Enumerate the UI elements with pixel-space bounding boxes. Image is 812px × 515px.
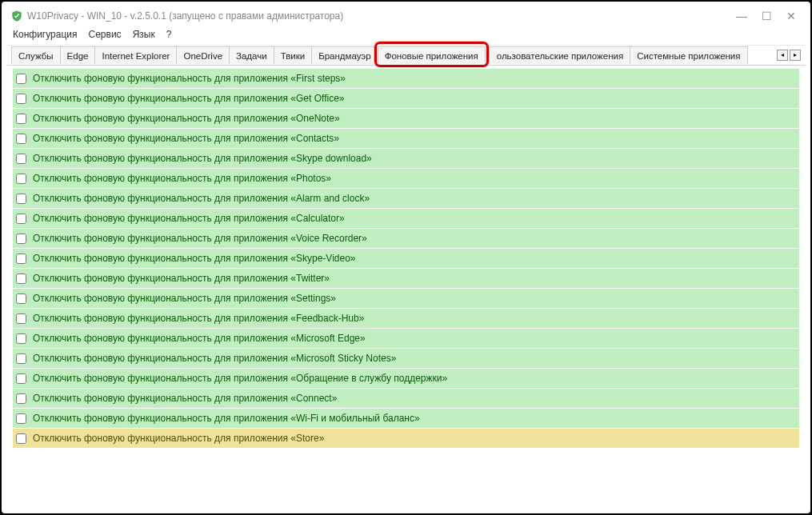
setting-row: Отключить фоновую функциональность для п… — [13, 429, 799, 448]
menu-item-1[interactable]: Сервис — [89, 29, 122, 40]
titlebar: W10Privacy - WIN_10 - v.2.5.0.1 (запущен… — [6, 6, 806, 26]
setting-row: Отключить фоновую функциональность для п… — [13, 209, 799, 228]
tab-пользовательские-приложения[interactable]: ользовательские приложения — [485, 46, 630, 64]
setting-label: Отключить фоновую функциональность для п… — [33, 313, 364, 324]
tabbar: СлужбыEdgeInternet ExplorerOneDriveЗадач… — [6, 45, 806, 66]
setting-label: Отключить фоновую функциональность для п… — [33, 173, 331, 184]
setting-checkbox[interactable] — [16, 393, 26, 404]
setting-label: Отключить фоновую функциональность для п… — [33, 233, 367, 244]
tab-scroll-left[interactable]: ◂ — [777, 50, 788, 61]
tab-scroll-controls: ◂ ▸ — [772, 50, 801, 61]
setting-label: Отключить фоновую функциональность для п… — [33, 213, 345, 224]
setting-checkbox[interactable] — [16, 313, 26, 324]
tab-службы[interactable]: Службы — [11, 46, 61, 64]
setting-row: Отключить фоновую функциональность для п… — [13, 109, 799, 128]
app-icon — [11, 10, 22, 22]
setting-row: Отключить фоновую функциональность для п… — [13, 289, 799, 308]
setting-checkbox[interactable] — [16, 293, 26, 304]
setting-checkbox[interactable] — [16, 214, 26, 224]
menu-item-0[interactable]: Конфигурация — [13, 29, 78, 40]
setting-row: Отключить фоновую функциональность для п… — [13, 329, 799, 348]
setting-label: Отключить фоновую функциональность для п… — [33, 133, 339, 144]
setting-checkbox[interactable] — [16, 333, 26, 344]
setting-row: Отключить фоновую функциональность для п… — [13, 409, 799, 428]
setting-row: Отключить фоновую функциональность для п… — [13, 349, 799, 368]
tab-internet-explorer[interactable]: Internet Explorer — [94, 46, 177, 64]
setting-checkbox[interactable] — [16, 74, 26, 84]
setting-label: Отключить фоновую функциональность для п… — [33, 293, 336, 304]
setting-row: Отключить фоновую функциональность для п… — [13, 389, 799, 408]
setting-checkbox[interactable] — [16, 134, 26, 144]
settings-list: Отключить фоновую функциональность для п… — [6, 66, 806, 509]
window-controls: — ☐ ✕ — [736, 10, 801, 22]
setting-checkbox[interactable] — [16, 194, 26, 204]
setting-row: Отключить фоновую функциональность для п… — [13, 169, 799, 188]
setting-row: Отключить фоновую функциональность для п… — [13, 189, 799, 208]
setting-checkbox[interactable] — [16, 114, 26, 124]
tab-scroll-right[interactable]: ▸ — [790, 50, 801, 61]
menubar: КонфигурацияСервисЯзык? — [6, 26, 806, 45]
menu-item-2[interactable]: Язык — [133, 29, 155, 40]
setting-checkbox[interactable] — [16, 413, 26, 424]
setting-label: Отключить фоновую функциональность для п… — [33, 193, 370, 204]
setting-checkbox[interactable] — [16, 273, 26, 284]
app-window: W10Privacy - WIN_10 - v.2.5.0.1 (запущен… — [6, 6, 806, 509]
setting-row: Отключить фоновую функциональность для п… — [13, 369, 799, 388]
maximize-button[interactable]: ☐ — [762, 10, 772, 22]
tab-задачи[interactable]: Задачи — [229, 46, 274, 64]
setting-row: Отключить фоновую функциональность для п… — [13, 249, 799, 268]
setting-checkbox[interactable] — [16, 154, 26, 164]
tab-edge[interactable]: Edge — [60, 46, 96, 64]
setting-checkbox[interactable] — [16, 174, 26, 184]
window-title: W10Privacy - WIN_10 - v.2.5.0.1 (запущен… — [27, 10, 343, 22]
setting-checkbox[interactable] — [16, 234, 26, 244]
menu-item-3[interactable]: ? — [166, 29, 172, 40]
tab-твики[interactable]: Твики — [274, 46, 313, 64]
setting-row: Отключить фоновую функциональность для п… — [13, 229, 799, 248]
setting-checkbox[interactable] — [16, 353, 26, 364]
setting-label: Отключить фоновую функциональность для п… — [33, 153, 372, 164]
tab-фоновые-приложения[interactable]: Фоновые приложения — [378, 46, 486, 64]
tab-брандмауэр[interactable]: Брандмауэр — [311, 46, 378, 64]
setting-label: Отключить фоновую функциональность для п… — [33, 373, 447, 384]
setting-label: Отключить фоновую функциональность для п… — [33, 413, 420, 424]
setting-row: Отключить фоновую функциональность для п… — [13, 89, 799, 108]
tab-системные-приложения[interactable]: Системные приложения — [630, 46, 747, 64]
minimize-button[interactable]: — — [736, 10, 747, 22]
setting-label: Отключить фоновую функциональность для п… — [33, 393, 337, 404]
setting-label: Отключить фоновую функциональность для п… — [33, 253, 356, 264]
setting-label: Отключить фоновую функциональность для п… — [33, 273, 330, 284]
setting-label: Отключить фоновую функциональность для п… — [33, 353, 396, 364]
setting-checkbox[interactable] — [16, 94, 26, 104]
setting-row: Отключить фоновую функциональность для п… — [13, 309, 799, 328]
setting-row: Отключить фоновую функциональность для п… — [13, 129, 799, 148]
tabs-container: СлужбыEdgeInternet ExplorerOneDriveЗадач… — [11, 46, 772, 65]
setting-checkbox[interactable] — [16, 254, 26, 264]
tab-onedrive[interactable]: OneDrive — [176, 46, 230, 64]
setting-checkbox[interactable] — [16, 433, 26, 444]
setting-label: Отключить фоновую функциональность для п… — [33, 433, 324, 444]
setting-label: Отключить фоновую функциональность для п… — [33, 73, 346, 84]
close-button[interactable]: ✕ — [786, 10, 796, 22]
setting-checkbox[interactable] — [16, 373, 26, 384]
setting-label: Отключить фоновую функциональность для п… — [33, 93, 344, 104]
setting-label: Отключить фоновую функциональность для п… — [33, 333, 366, 344]
setting-label: Отключить фоновую функциональность для п… — [33, 113, 340, 124]
setting-row: Отключить фоновую функциональность для п… — [13, 269, 799, 288]
setting-row: Отключить фоновую функциональность для п… — [13, 149, 799, 168]
setting-row: Отключить фоновую функциональность для п… — [13, 69, 799, 88]
